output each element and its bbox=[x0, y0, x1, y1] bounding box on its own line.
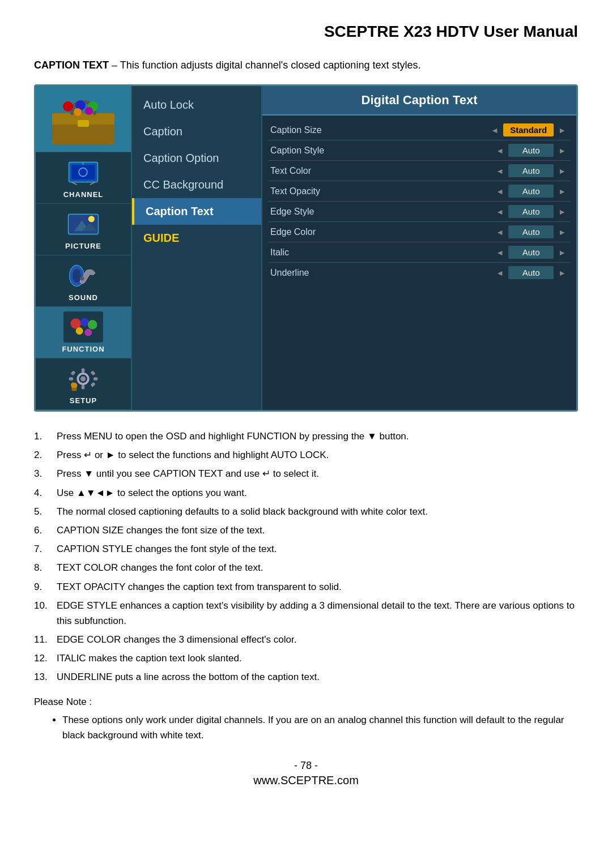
menu-item-guide[interactable]: GUIDE bbox=[132, 225, 261, 251]
footer-page: - 78 - bbox=[34, 760, 578, 772]
menu-item-autolock[interactable]: Auto Lock bbox=[132, 92, 261, 118]
svg-point-6 bbox=[74, 108, 82, 116]
text-opacity-left-arrow[interactable]: ◄ bbox=[494, 186, 506, 197]
instruction-1: 1. Press MENU to open the OSD and highli… bbox=[34, 429, 578, 444]
italic-row: Italic ◄ Auto ► bbox=[268, 242, 571, 263]
italic-right-arrow[interactable]: ► bbox=[556, 247, 568, 258]
instruction-12-num: 12. bbox=[34, 651, 57, 666]
instruction-11-num: 11. bbox=[34, 632, 57, 647]
instruction-3-text: Press ▼ until you see CAPTION TEXT and u… bbox=[57, 466, 578, 481]
underline-row: Underline ◄ Auto ► bbox=[268, 263, 571, 283]
intro-bold: CAPTION TEXT bbox=[34, 59, 109, 71]
sound-icon bbox=[66, 262, 100, 290]
note-list: These options only work under digital ch… bbox=[62, 712, 578, 743]
svg-rect-38 bbox=[71, 387, 76, 391]
underline-left-arrow[interactable]: ◄ bbox=[494, 267, 506, 279]
text-opacity-right-arrow[interactable]: ► bbox=[556, 186, 568, 197]
middle-menu: Auto Lock Caption Caption Option CC Back… bbox=[132, 86, 262, 410]
caption-size-label: Caption Size bbox=[270, 125, 488, 135]
page-title: SCEPTRE X23 HDTV User Manual bbox=[324, 23, 578, 40]
svg-rect-32 bbox=[94, 377, 97, 380]
osd-panel: CHANNEL PICTURE bbox=[34, 84, 578, 412]
edge-style-right-arrow[interactable]: ► bbox=[556, 206, 568, 217]
page: SCEPTRE X23 HDTV User Manual CAPTION TEX… bbox=[0, 0, 612, 868]
svg-point-7 bbox=[85, 107, 93, 115]
sidebar: CHANNEL PICTURE bbox=[36, 86, 132, 410]
edge-style-control: ◄ Auto ► bbox=[494, 205, 568, 218]
underline-right-arrow[interactable]: ► bbox=[556, 267, 568, 279]
text-opacity-label: Text Opacity bbox=[270, 186, 494, 196]
instruction-2-text: Press ↵ or ► to select the functions and… bbox=[57, 447, 578, 463]
svg-point-18 bbox=[88, 216, 95, 222]
menu-item-caption[interactable]: Caption bbox=[132, 118, 261, 145]
edge-color-right-arrow[interactable]: ► bbox=[556, 226, 568, 238]
instruction-13: 13. UNDERLINE puts a line across the bot… bbox=[34, 669, 578, 685]
instruction-5-num: 5. bbox=[34, 504, 57, 519]
instruction-9: 9. TEXT OPACITY changes the caption text… bbox=[34, 579, 578, 595]
function-icon bbox=[66, 313, 100, 341]
svg-rect-2 bbox=[78, 120, 89, 127]
text-opacity-row: Text Opacity ◄ Auto ► bbox=[268, 181, 571, 202]
picture-icon bbox=[66, 210, 100, 238]
text-color-right-arrow[interactable]: ► bbox=[556, 165, 568, 177]
instruction-3: 3. Press ▼ until you see CAPTION TEXT an… bbox=[34, 466, 578, 481]
instruction-5-text: The normal closed captioning defaults to… bbox=[57, 504, 578, 519]
instruction-1-text: Press MENU to open the OSD and highlight… bbox=[57, 429, 578, 444]
caption-style-label: Caption Style bbox=[270, 146, 494, 156]
svg-point-23 bbox=[80, 318, 89, 326]
right-panel: Digital Caption Text Caption Size ◄ Stan… bbox=[262, 86, 576, 410]
instruction-6: 6. CAPTION SIZE changes the font size of… bbox=[34, 523, 578, 538]
edge-color-label: Edge Color bbox=[270, 227, 494, 237]
svg-rect-34 bbox=[91, 382, 96, 387]
svg-point-26 bbox=[84, 328, 92, 336]
edge-style-left-arrow[interactable]: ◄ bbox=[494, 206, 506, 217]
instruction-10-text: EDGE STYLE enhances a caption text's vis… bbox=[57, 598, 578, 628]
caption-size-row: Caption Size ◄ Standard ► bbox=[268, 120, 571, 140]
svg-rect-31 bbox=[69, 377, 73, 380]
menu-item-cc-background[interactable]: CC Background bbox=[132, 172, 261, 198]
sidebar-item-sound[interactable]: SOUND bbox=[36, 255, 131, 307]
caption-style-left-arrow[interactable]: ◄ bbox=[494, 145, 506, 156]
caption-size-left-arrow[interactable]: ◄ bbox=[488, 125, 501, 136]
italic-label: Italic bbox=[270, 247, 494, 258]
text-color-left-arrow[interactable]: ◄ bbox=[494, 165, 506, 177]
instruction-10: 10. EDGE STYLE enhances a caption text's… bbox=[34, 598, 578, 628]
sidebar-item-setup[interactable]: SETUP bbox=[36, 358, 131, 410]
intro-dash: – bbox=[109, 59, 120, 71]
instruction-4-num: 4. bbox=[34, 485, 57, 501]
instruction-4-text: Use ▲▼◄► to select the options you want. bbox=[57, 485, 578, 501]
text-color-row: Text Color ◄ Auto ► bbox=[268, 161, 571, 181]
instruction-8: 8. TEXT COLOR changes the font color of … bbox=[34, 560, 578, 575]
instruction-2: 2. Press ↵ or ► to select the functions … bbox=[34, 447, 578, 463]
edge-color-left-arrow[interactable]: ◄ bbox=[494, 226, 506, 238]
underline-label: Underline bbox=[270, 268, 494, 278]
menu-item-caption-option[interactable]: Caption Option bbox=[132, 145, 261, 172]
sidebar-picture-label: PICTURE bbox=[65, 242, 101, 250]
channel-icon bbox=[66, 159, 100, 187]
footer: - 78 - www.SCEPTRE.com bbox=[34, 760, 578, 787]
instruction-13-text: UNDERLINE puts a line across the bottom … bbox=[57, 669, 578, 685]
instruction-1-num: 1. bbox=[34, 429, 57, 444]
svg-point-21 bbox=[80, 276, 84, 280]
text-color-value: Auto bbox=[508, 164, 554, 177]
caption-style-right-arrow[interactable]: ► bbox=[556, 145, 568, 156]
sidebar-item-picture[interactable]: PICTURE bbox=[36, 204, 131, 255]
caption-size-right-arrow[interactable]: ► bbox=[556, 125, 568, 136]
note-title: Please Note : bbox=[34, 696, 578, 708]
svg-point-20 bbox=[73, 269, 81, 283]
instruction-7-num: 7. bbox=[34, 541, 57, 557]
instruction-7: 7. CAPTION STYLE changes the font style … bbox=[34, 541, 578, 557]
sidebar-item-channel[interactable]: CHANNEL bbox=[36, 152, 131, 204]
caption-size-control: ◄ Standard ► bbox=[488, 123, 568, 136]
sidebar-item-function[interactable]: FUNCTION bbox=[36, 307, 131, 358]
svg-rect-29 bbox=[82, 368, 85, 372]
text-opacity-control: ◄ Auto ► bbox=[494, 185, 568, 198]
italic-left-arrow[interactable]: ◄ bbox=[494, 247, 506, 258]
italic-value: Auto bbox=[508, 246, 554, 259]
menu-item-caption-text[interactable]: Caption Text bbox=[132, 198, 261, 225]
edge-color-row: Edge Color ◄ Auto ► bbox=[268, 222, 571, 242]
text-color-control: ◄ Auto ► bbox=[494, 164, 568, 177]
svg-rect-33 bbox=[70, 370, 75, 375]
instruction-9-text: TEXT OPACITY changes the caption text fr… bbox=[57, 579, 578, 595]
instruction-3-num: 3. bbox=[34, 466, 57, 481]
